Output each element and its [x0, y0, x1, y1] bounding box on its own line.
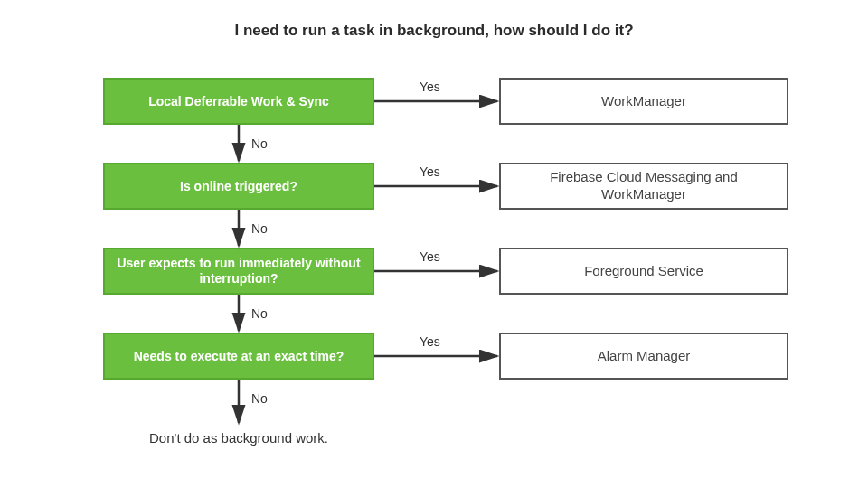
no-label-4: No	[251, 391, 268, 406]
yes-label-4: Yes	[420, 334, 440, 349]
final-text: Don't do as background work.	[103, 430, 374, 446]
answer-box-4: Alarm Manager	[499, 333, 788, 380]
no-label-2: No	[251, 221, 268, 236]
answer-box-2: Firebase Cloud Messaging and WorkManager	[499, 163, 788, 210]
arrow-layer	[0, 0, 868, 488]
flowchart-canvas: I need to run a task in background, how …	[0, 0, 868, 488]
yes-label-2: Yes	[420, 164, 440, 179]
question-box-3: User expects to run immediately without …	[103, 248, 374, 295]
yes-label-1: Yes	[420, 80, 440, 94]
no-label-1: No	[251, 136, 268, 151]
question-box-1: Local Deferrable Work & Sync	[103, 78, 374, 125]
question-box-2: Is online triggered?	[103, 163, 374, 210]
question-box-4: Needs to execute at an exact time?	[103, 333, 374, 380]
answer-box-1: WorkManager	[499, 78, 788, 125]
answer-box-3: Foreground Service	[499, 248, 788, 295]
no-label-3: No	[251, 306, 268, 321]
yes-label-3: Yes	[420, 249, 440, 264]
diagram-title: I need to run a task in background, how …	[0, 22, 868, 40]
